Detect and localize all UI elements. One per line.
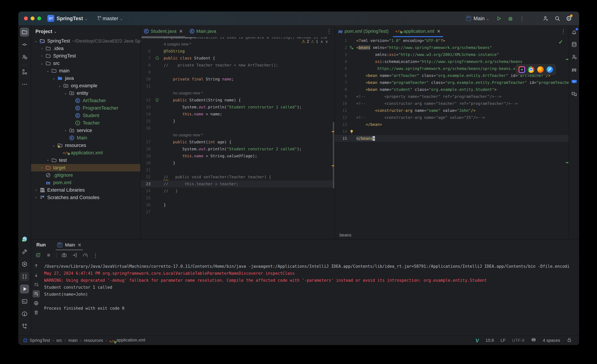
chevron-icon[interactable]: ⌄ <box>45 69 51 73</box>
code-line[interactable]: 13 </bean> <box>335 121 569 128</box>
tree-item--idea[interactable]: › .idea <box>31 45 140 52</box>
scroll-to-end-button[interactable] <box>33 290 40 297</box>
safari-icon[interactable] <box>547 66 553 73</box>
tab-options-button[interactable]: ⋮ <box>326 28 332 34</box>
bulb-gutter-icon[interactable] <box>347 129 356 134</box>
chevron-icon[interactable]: › <box>39 54 45 58</box>
run-more-button[interactable]: ⋮ <box>93 252 98 259</box>
tab-pom-xml-springtest-[interactable]: m pom.xml (SpringTest) <box>335 25 392 37</box>
code-area-student[interactable]: // @ToString annotation is used to gener… <box>141 37 335 239</box>
console-output[interactable]: /Users/eve/Library/Java/JavaVirtualMachi… <box>44 263 579 312</box>
code-line[interactable]: 16 <box>141 124 335 132</box>
code-line[interactable]: 18 System.out.println("Student construct… <box>141 146 335 153</box>
code-line[interactable]: 1 <?xml version="1.0" encoding="UTF-8"?> <box>335 37 569 44</box>
mgen-gutter-icon[interactable]: m <box>150 98 164 103</box>
line-ending-widget[interactable]: LF <box>501 338 506 343</box>
terminal-icon[interactable] <box>20 297 29 306</box>
build-icon[interactable] <box>20 247 29 256</box>
chevron-icon[interactable]: ⌄ <box>39 61 45 65</box>
code-line[interactable]: 26 } <box>141 201 335 209</box>
print-button[interactable] <box>33 300 40 307</box>
tab-options-button[interactable]: ⋮ <box>561 28 566 34</box>
inspections-ok-icon[interactable]: ✓ <box>558 39 563 45</box>
chevron-icon[interactable]: ⌄ <box>33 39 39 43</box>
tree-item-student[interactable]: C Student <box>31 112 140 119</box>
breadcrumb-main[interactable]: main <box>68 338 78 343</box>
maven-icon[interactable]: m <box>570 65 579 74</box>
tree-item-external-libraries[interactable]: › External Libraries <box>31 186 140 194</box>
problems-icon[interactable] <box>20 309 29 318</box>
down-stack-trace-button[interactable] <box>33 271 40 279</box>
run-configuration-selector[interactable]: Main ⌄ <box>466 15 491 21</box>
code-line[interactable]: 19 this.name = String.valueOf(age); <box>141 153 335 160</box>
next-issue-button[interactable]: ∨ <box>325 39 328 44</box>
chevron-icon[interactable]: › <box>63 128 68 132</box>
code-line[interactable]: 15 </beans> <box>335 135 569 142</box>
tree-item--gitignore[interactable]: .gitignore <box>31 171 140 179</box>
breadcrumb-src[interactable]: src <box>56 338 62 343</box>
tree-item-target[interactable]: › target <box>31 164 140 171</box>
intellij-preview-icon[interactable]: IJ <box>518 66 525 73</box>
code-line[interactable]: 15 } <box>141 117 335 124</box>
chevron-icon[interactable]: ⌄ <box>63 91 68 95</box>
run-button[interactable] <box>495 15 502 22</box>
chevron-icon[interactable]: › <box>33 195 39 200</box>
code-line[interactable]: 9 <box>141 69 335 76</box>
change-stripe-mark[interactable] <box>566 59 568 60</box>
close-icon[interactable]: ✕ <box>437 29 441 34</box>
code-line[interactable]: 14 this.name = name; <box>141 111 335 117</box>
zoom-window-button[interactable] <box>37 16 41 20</box>
chevron-icon[interactable]: ⌄ <box>51 143 56 147</box>
lock-icon[interactable] <box>567 337 572 344</box>
tree-item-artteacher[interactable]: C ArtTeacher <box>31 97 140 104</box>
search-everywhere-button[interactable] <box>554 15 561 22</box>
caret-position-widget[interactable]: 15:8 <box>486 338 494 343</box>
run-tab-main[interactable]: Main ✕ <box>56 240 83 250</box>
plugin-v-icon[interactable]: V <box>475 337 479 343</box>
tree-item-org-example[interactable]: ⌄ org.example <box>31 82 140 89</box>
tree-item-springtest[interactable]: ⌄ SpringTest ~/Desktop/CS/JavaEE/2 Java … <box>31 37 140 45</box>
debug-button[interactable] <box>507 15 514 22</box>
soft-wrap-button[interactable] <box>33 281 40 288</box>
tree-item-main[interactable]: ⌄ main <box>31 67 140 75</box>
tree-item-service[interactable]: › service <box>31 127 140 134</box>
chrome-icon[interactable] <box>528 66 534 73</box>
code-line[interactable]: 24 // } <box>141 187 335 194</box>
ai-assistant-icon[interactable] <box>570 53 579 62</box>
breadcrumb-application-xml[interactable]: </>application.xml <box>109 338 145 343</box>
close-icon[interactable]: ✕ <box>78 242 81 248</box>
code-line[interactable]: 9 <!-- <property name="teacher" ref="pro… <box>335 93 569 100</box>
code-line[interactable]: 12 m public Student(String name) { <box>141 97 335 104</box>
tab-main-java[interactable]: C Main.java <box>186 25 220 37</box>
firefox-icon[interactable] <box>537 66 544 73</box>
chevron-icon[interactable]: › <box>45 158 51 162</box>
minimize-window-button[interactable] <box>31 16 34 20</box>
chevron-icon[interactable]: ⌄ <box>51 76 56 80</box>
project-widget[interactable]: SpringTest ⌄ <box>56 15 89 21</box>
branch-widget[interactable]: master ⌄ <box>96 15 125 22</box>
version-control-icon[interactable] <box>20 322 29 331</box>
code-line[interactable]: 8 <bean name="student" class="org.exampl… <box>335 86 569 93</box>
code-line[interactable]: 11 <box>141 83 335 90</box>
project-panel-header[interactable]: Project ⌄ <box>31 25 140 37</box>
notifications-icon[interactable] <box>570 28 579 37</box>
code-line[interactable]: 6 @ToString <box>141 48 335 55</box>
change-stripe-mark[interactable] <box>566 162 568 163</box>
indent-widget[interactable]: 4 spaces <box>543 338 560 343</box>
tree-item-main[interactable]: C Main <box>31 134 140 142</box>
code-line[interactable]: 2 <beans xmlns="http://www.springframewo… <box>335 44 569 51</box>
tree-item-teacher[interactable]: I Teacher <box>31 119 140 127</box>
tree-item-pom-xml[interactable]: m pom.xml <box>31 179 140 186</box>
chevron-icon[interactable]: › <box>39 166 45 170</box>
breadcrumb-springtest[interactable]: SpringTest <box>30 338 50 343</box>
plugin-gopher-icon[interactable] <box>20 235 29 244</box>
chat-icon[interactable] <box>570 77 579 86</box>
settings-button[interactable]: ⚙ <box>566 15 572 22</box>
prev-issue-button[interactable]: ∧ <box>320 39 323 44</box>
comments-icon[interactable] <box>570 90 579 99</box>
chevron-icon[interactable]: › <box>33 188 39 192</box>
tree-item-springtest[interactable]: › SpringTest <box>31 52 140 60</box>
pull-requests-icon[interactable] <box>20 53 29 62</box>
close-icon[interactable]: ✕ <box>179 29 183 34</box>
code-line[interactable]: 3 xmlns:xsi="http://www.w3.org/2001/XMLS… <box>335 51 569 58</box>
